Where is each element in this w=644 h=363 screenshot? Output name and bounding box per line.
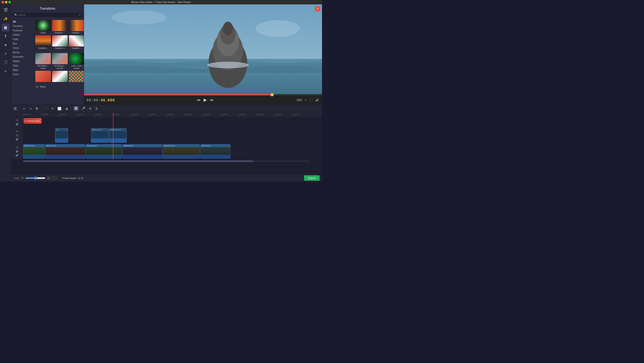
transition-bottom1[interactable]: [35, 71, 51, 83]
category-ripple[interactable]: Ripple: [11, 59, 34, 63]
fullscreen-button[interactable]: ⤢: [304, 97, 308, 102]
close-icon[interactable]: ✕: [79, 13, 81, 16]
scale-icon-large: ⬛: [47, 177, 50, 180]
upper-clip-bdmv12[interactable]: BDMV12.mov: [109, 128, 126, 143]
category-blur[interactable]: Blur: [11, 41, 34, 46]
transition-grad-right-label: Gradient →: [72, 32, 82, 34]
transition-lens-center[interactable]: Lens – from center: [69, 53, 84, 70]
upper-track-chain-btn[interactable]: ⛓: [16, 134, 19, 137]
volume-button[interactable]: 🔊: [314, 97, 320, 102]
upper-clip-bl[interactable]: Bl: [55, 128, 68, 143]
category-warp[interactable]: Warp: [11, 63, 34, 68]
minimize-button[interactable]: [5, 1, 8, 3]
sidebar-icon-effects[interactable]: ✨: [2, 15, 10, 23]
main-track-visible-btn[interactable]: 👁: [16, 146, 19, 149]
category-geometric[interactable]: Geometric: [11, 55, 34, 59]
sidebar-icon-text[interactable]: T: [2, 32, 10, 40]
preview-progress-thumb[interactable]: [270, 93, 274, 96]
main-clip-bdmv2[interactable]: BDMV2.mov: [45, 144, 85, 159]
toolbar-separator-2: [42, 106, 42, 111]
main-clip-bdmv9[interactable]: BDMV9.mov: [122, 144, 162, 159]
main-clip-bdmv5[interactable]: BDMV5.mov: [86, 144, 122, 159]
category-fade[interactable]: Fade: [11, 37, 34, 41]
transitions-grid-wrapper: Flash Gradient ← Gradient →: [34, 19, 84, 104]
upper-clip-bdmv6[interactable]: BDMV6.mov: [91, 128, 108, 143]
redo-button[interactable]: ↪: [28, 106, 33, 111]
color-button[interactable]: ◑: [64, 106, 69, 111]
preview-panel: ? 00:00:46.600 ⏮ ▶ ⏭: [84, 4, 322, 104]
export-button[interactable]: Export: [304, 175, 320, 181]
category-featured[interactable]: Featured: [11, 28, 34, 33]
help-button[interactable]: ?: [315, 6, 320, 11]
upper-clip-bdmv6-thumb: [91, 131, 108, 142]
category-blocks[interactable]: Blocks: [11, 50, 34, 55]
window-controls[interactable]: [2, 1, 11, 3]
sidebar-icon-audio[interactable]: 🎵: [2, 59, 10, 67]
mic-button[interactable]: 🎤: [80, 106, 86, 111]
upper-track-content: Bl BDMV6.mov: [23, 127, 322, 143]
title-track: 👁 🔗 Tr Journey to Ka: [11, 117, 322, 127]
sidebar-icon-media[interactable]: 🎬: [2, 6, 10, 14]
title-track-visible-btn[interactable]: 👁: [16, 118, 19, 122]
sidebar-icon-transitions[interactable]: ▦: [2, 23, 10, 31]
preview-video-frame: ?: [84, 4, 322, 94]
transition-flash[interactable]: Flash: [35, 20, 51, 34]
transition-kb-smooth[interactable]: Ken Burns – smooth: [52, 53, 68, 70]
transition-bottom3-thumb: [69, 71, 84, 82]
text-icon: T: [4, 34, 6, 39]
settings-button[interactable]: ⚙: [88, 106, 93, 111]
transition-grad-diag1[interactable]: Gradient ↖: [52, 35, 68, 52]
transition-grad-right[interactable]: Gradient →: [69, 20, 84, 34]
category-favorites[interactable]: Favorites: [11, 24, 34, 28]
main-track-content: BDMV1.mov BDMV2.mov: [23, 143, 322, 159]
search-input[interactable]: [18, 13, 79, 16]
crop-button[interactable]: ⬜: [56, 106, 63, 111]
transition-bottom2[interactable]: [52, 71, 68, 83]
main-clip-bdmv16[interactable]: BDMV16.m: [200, 144, 230, 159]
timeline-scrollbar-thumb[interactable]: [23, 160, 253, 162]
category-artistic[interactable]: Artistic: [11, 33, 34, 37]
maximize-button[interactable]: [8, 1, 11, 3]
main-track-link-btn[interactable]: 🔗: [15, 154, 19, 157]
image-button[interactable]: 🖼: [73, 106, 79, 111]
title-clip[interactable]: Tr Journey to Ka: [24, 118, 42, 124]
transition-bottom3[interactable]: [69, 71, 84, 83]
transition-grad-left[interactable]: Gradient ←: [52, 20, 68, 34]
sidebar-icon-motion[interactable]: ↗: [2, 50, 10, 58]
upper-track-link-btn[interactable]: 🔗: [15, 138, 19, 141]
timeline-scrollbar[interactable]: [23, 160, 310, 162]
skip-back-button[interactable]: ⏮: [196, 97, 201, 103]
scale-slider[interactable]: [25, 177, 45, 180]
category-wipe[interactable]: Wipe: [11, 68, 34, 72]
title-track-lock-btn[interactable]: 🔗: [15, 122, 19, 126]
transition-kb-sharp[interactable]: Ken Burns – sharp: [35, 53, 51, 70]
sidebar-icon-filters[interactable]: ★: [2, 41, 10, 49]
category-circle[interactable]: Circle: [11, 46, 34, 50]
transition-grad-down[interactable]: Gradient ↓: [35, 35, 51, 52]
cut-button[interactable]: ✂: [44, 106, 49, 111]
expand-button[interactable]: ⛶: [309, 97, 314, 102]
preview-progress-bar[interactable]: [84, 94, 322, 95]
main-clip-bdmv1[interactable]: BDMV1.mov: [23, 144, 45, 159]
skip-forward-button[interactable]: ⏭: [210, 97, 214, 103]
transition-grad-diag2[interactable]: Gradient ↗: [69, 35, 84, 52]
delete-button[interactable]: 🗑: [34, 106, 40, 111]
category-zoom[interactable]: Zoom: [11, 72, 34, 77]
upper-track-visible-btn[interactable]: 👁: [16, 130, 19, 133]
category-all[interactable]: All: [11, 19, 34, 24]
loop-button[interactable]: ↻: [50, 106, 55, 111]
play-button[interactable]: ▶: [203, 96, 208, 103]
main-track-volume-btn[interactable]: 🔊: [15, 150, 19, 153]
add-track-button[interactable]: +: [13, 106, 18, 111]
undo-button[interactable]: ↩: [22, 106, 27, 111]
levels-button[interactable]: ⇅: [94, 106, 99, 111]
close-button[interactable]: [2, 1, 4, 3]
sidebar-icon-menu[interactable]: ≡: [2, 67, 10, 75]
store-button[interactable]: 🛒 Store: [34, 84, 84, 90]
scale-label: Scale:: [14, 177, 20, 179]
transitions-panel-title: Transitions: [11, 4, 84, 13]
main-clip-bdmv15[interactable]: BDMV15.mov: [163, 144, 200, 159]
toolbar-separator-3: [71, 106, 71, 111]
ruler-mark-20: 00:00:20: [95, 113, 113, 117]
fit-to-window-button[interactable]: ⛶: [52, 176, 57, 180]
